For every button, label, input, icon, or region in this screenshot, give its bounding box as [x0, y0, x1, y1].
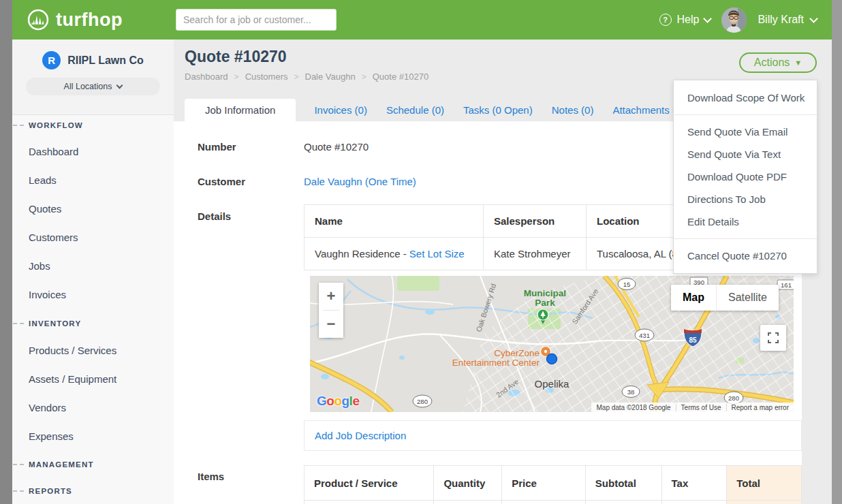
satellite-view-button[interactable]: Satellite [717, 285, 779, 311]
map-view-button[interactable]: Map [671, 285, 717, 311]
sidebar-section-reports[interactable]: REPORTS [12, 484, 174, 498]
customer-type-link[interactable]: One Time [369, 176, 413, 187]
right-scrollbar[interactable] [832, 0, 842, 504]
fullscreen-button[interactable] [760, 325, 786, 351]
sidebar-item-customers[interactable]: Customers [12, 230, 174, 244]
park-label-line1: Municipal [524, 288, 566, 298]
help-menu[interactable]: ? Help [659, 14, 711, 26]
actions-button[interactable]: Actions ▼ [739, 52, 817, 73]
menu-item-download-quote-pdf[interactable]: Download Quote PDF [674, 166, 817, 188]
number-label: Number [198, 141, 236, 153]
route-badge-431: 431 [635, 329, 654, 341]
job-description-box: Add Job Description [304, 420, 802, 451]
menu-divider [674, 238, 817, 239]
number-value: Quote #10270 [304, 141, 369, 153]
chevron-down-icon [704, 14, 713, 23]
user-menu[interactable]: Billy Kraft [758, 14, 817, 26]
items-header-product-service: Product / Service [305, 466, 434, 500]
grass-logo-icon [27, 9, 49, 31]
avatar[interactable] [721, 7, 747, 33]
sidebar-item-quotes[interactable]: Quotes [12, 202, 174, 215]
customer-label: Customer [198, 176, 245, 187]
location-filter-dropdown[interactable]: All Locations [26, 78, 160, 95]
tab-job-information[interactable]: Job Information [185, 99, 296, 121]
topbar-right-cluster: ? Help Billy Kraft [659, 0, 817, 40]
sidebar-divider [12, 114, 174, 115]
left-scrollbar[interactable] [0, 0, 12, 504]
terms-of-use-link[interactable]: Terms of Use [676, 404, 726, 411]
caret-down-icon: ▼ [794, 59, 802, 67]
details-header-salesperson: Salesperson [484, 205, 587, 238]
breadcrumb-separator: > [294, 72, 298, 82]
tab-notes[interactable]: Notes (0) [542, 99, 604, 121]
tab-bar: Job Information Invoices (0) Schedule (0… [185, 99, 694, 121]
brand-wordmark: turfhop [56, 10, 123, 31]
zoom-out-button[interactable]: − [319, 311, 343, 338]
chevron-down-icon [809, 14, 818, 23]
map-type-control: Map Satellite [671, 285, 779, 311]
sidebar-item-jobs[interactable]: Jobs [12, 259, 174, 272]
svg-text:15: 15 [623, 281, 631, 288]
breadcrumb-dashboard[interactable]: Dashboard [185, 72, 228, 82]
poi-label-line2: Entertainment Center [452, 358, 540, 368]
breadcrumb-current: Quote #10270 [373, 72, 428, 82]
report-map-error-link[interactable]: Report a map error [726, 404, 794, 411]
google-logo[interactable]: Google [317, 394, 359, 409]
map-data-credit: Map data ©2018 Google [591, 404, 675, 411]
breadcrumb-customer-name[interactable]: Dale Vaughn [305, 72, 356, 82]
top-nav-bar: turfhop ? Help [12, 0, 832, 40]
sidebar-section-management[interactable]: MANAGEMENT [12, 458, 174, 471]
global-search-input[interactable] [176, 9, 337, 31]
section-dash-icon [13, 125, 24, 126]
customer-link[interactable]: Dale Vaughn [304, 176, 362, 187]
map-canvas[interactable]: Samford Ave Oak Bowery Rd 2nd Ave Munici… [310, 276, 794, 412]
company-name: RIIPL Lawn Co [67, 54, 144, 67]
svg-text:38: 38 [627, 388, 635, 396]
set-lot-size-link[interactable]: Set Lot Size [409, 248, 465, 259]
menu-item-send-quote-via-text[interactable]: Send Quote Via Text [674, 143, 817, 166]
breadcrumb: Dashboard > Customers > Dale Vaughn > Qu… [185, 72, 428, 82]
sidebar-item-vendors[interactable]: Vendors [12, 400, 174, 414]
details-label: Details [198, 210, 231, 222]
map-zoom-control: + − [319, 283, 343, 338]
avatar-image [721, 7, 747, 33]
app-window: turfhop ? Help [0, 0, 842, 504]
map-attribution: Map data ©2018 Google Terms of Use Repor… [591, 403, 794, 412]
breadcrumb-separator: > [234, 72, 239, 82]
brand-logo[interactable]: turfhop [27, 0, 123, 40]
section-dash-icon [13, 323, 24, 324]
items-header-subtotal: Subtotal [586, 466, 662, 500]
menu-item-send-quote-via-email[interactable]: Send Quote Via Email [674, 121, 817, 143]
route-badge-280-west: 280 [413, 395, 432, 407]
user-name: Billy Kraft [758, 14, 804, 26]
details-header-name: Name [305, 205, 484, 238]
tab-invoices[interactable]: Invoices (0) [305, 99, 377, 121]
sidebar-item-products-services[interactable]: Products / Services [12, 343, 174, 357]
sidebar-item-assets-equipment[interactable]: Assets / Equipment [12, 372, 174, 385]
svg-text:431: 431 [639, 332, 650, 339]
help-icon: ? [659, 14, 672, 26]
actions-dropdown-menu: Download Scope Of Work Send Quote Via Em… [673, 80, 817, 274]
company-switcher[interactable]: R RIIPL Lawn Co [12, 51, 174, 69]
sidebar-item-expenses[interactable]: Expenses [12, 429, 174, 443]
menu-item-download-scope-of-work[interactable]: Download Scope Of Work [674, 86, 817, 109]
job-location-marker[interactable] [547, 354, 557, 364]
menu-item-cancel-quote[interactable]: Cancel Quote #10270 [674, 245, 817, 267]
sidebar-item-invoices[interactable]: Invoices [12, 287, 174, 301]
tab-tasks[interactable]: Tasks (0 Open) [454, 99, 542, 121]
city-label: Opelika [535, 378, 570, 390]
sidebar-section-inventory: INVENTORY [12, 317, 174, 330]
tab-schedule[interactable]: Schedule (0) [377, 99, 454, 121]
add-job-description-link[interactable]: Add Job Description [315, 430, 406, 441]
zoom-in-button[interactable]: + [319, 283, 343, 310]
breadcrumb-customers[interactable]: Customers [245, 72, 288, 82]
menu-item-edit-details[interactable]: Edit Details [674, 210, 817, 233]
sidebar-item-dashboard[interactable]: Dashboard [12, 144, 174, 158]
svg-text:85: 85 [689, 336, 697, 344]
menu-item-directions-to-job[interactable]: Directions To Job [674, 188, 817, 210]
route-badge-161: 161 [777, 280, 794, 289]
items-header-row: Product / Service Quantity Price Subtota… [305, 466, 801, 500]
sidebar-item-leads[interactable]: Leads [12, 173, 174, 187]
details-cell-salesperson: Kate Strohmeyer [484, 238, 587, 270]
route-badge-38: 38 [622, 386, 640, 398]
